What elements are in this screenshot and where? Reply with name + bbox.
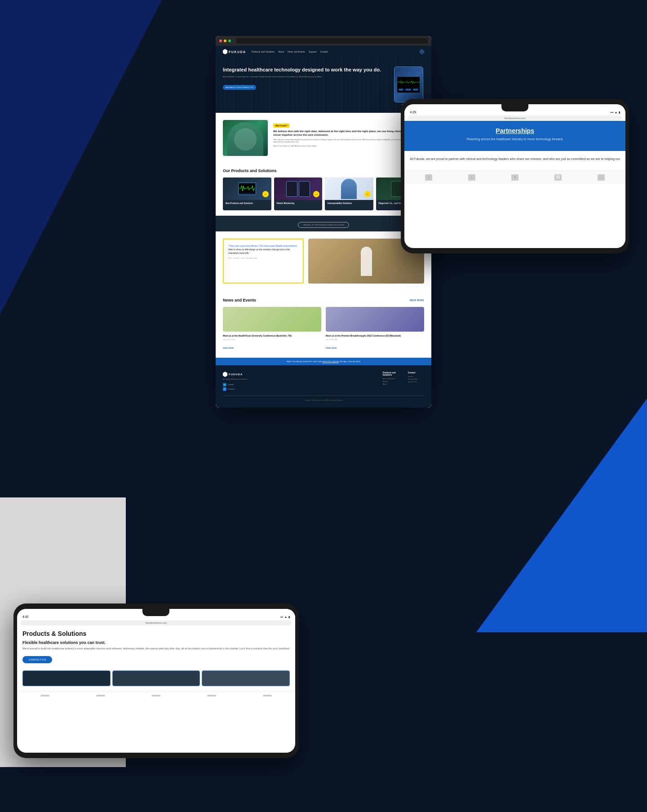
- device-labels: HR 80 SpO2 98 BP 120: [399, 89, 418, 91]
- battery-icon: ▮: [288, 615, 290, 618]
- phone-products-title: Products & Solutions: [22, 630, 290, 638]
- testimonial-box: "They were quick and efficient. The trai…: [223, 239, 304, 284]
- phone-notch-left: [142, 609, 169, 616]
- product-arrow[interactable]: →: [262, 191, 269, 197]
- hr-value: HR 80: [399, 89, 403, 91]
- phone-address-right[interactable]: fukudsamerica.com: [408, 115, 622, 121]
- phone-nav-more[interactable]: [263, 695, 272, 697]
- testimonial-section: "They were quick and efficient. The trai…: [216, 231, 431, 291]
- nav-item-support[interactable]: Support: [309, 50, 317, 53]
- footer-copyright: Copyright © 2022 Fukuda Denshi USA, Inc.…: [223, 399, 424, 401]
- product-name-monitoring: Patient Monitoring: [277, 202, 320, 204]
- phone-nav-add[interactable]: [151, 695, 160, 697]
- signal-icon: ▪▪▪: [280, 616, 283, 618]
- phone-right-mockup: 4:29 ▪▪▪ ▲ ▮ fukudsamerica.com Partnersh…: [401, 99, 629, 253]
- phone-products-body: We're proud to build the healthcare indu…: [22, 647, 290, 651]
- ecg-waveform: [397, 80, 420, 84]
- product-link-interop[interactable]: →: [328, 206, 371, 208]
- phone-content-left: Products & Solutions Flexible healthcare…: [17, 626, 295, 691]
- news-section: News and Events READ MORE Meet us at the…: [216, 291, 431, 358]
- phone-notch-right: [501, 104, 528, 111]
- globe-icon: [421, 50, 423, 53]
- phone-partnerships-body: Reaching across the healthcare industry …: [411, 137, 619, 142]
- testimonial-quote: "They were quick and efficient. The trai…: [228, 244, 298, 255]
- phone-signal-left: ▪▪▪ ▲ ▮: [280, 615, 290, 618]
- nav-item-contact[interactable]: Contact: [320, 50, 328, 53]
- phone-device-1: [22, 670, 111, 686]
- nav-item-news[interactable]: News and Events: [288, 50, 305, 53]
- address-bar[interactable]: [236, 38, 428, 44]
- window-close-dot: [219, 40, 222, 42]
- product-link-new[interactable]: →: [226, 206, 269, 208]
- news-read-more-header[interactable]: READ MORE: [410, 299, 424, 302]
- device-screen: HR 80 SpO2 98 BP 120: [397, 77, 420, 93]
- product-card-new: → New Products and Solutions →: [223, 177, 271, 210]
- view-all-button[interactable]: VIEW ALL OF OUR PRODUCTS AND SOLUTIONS: [298, 222, 349, 228]
- language-selector[interactable]: [420, 49, 424, 54]
- spo2-value: SpO2 98: [405, 89, 412, 91]
- product-image-monitoring: →: [274, 177, 323, 200]
- product-card-monitoring: → Patient Monitoring →: [274, 177, 323, 210]
- news-card-link-2[interactable]: READ MORE: [326, 347, 337, 349]
- blue-triangle-bottomright: [476, 399, 647, 632]
- phone-time-left: 4:42: [22, 615, 29, 618]
- product-arrow-3[interactable]: →: [364, 191, 371, 197]
- phone-nav-bar-left: [17, 691, 295, 700]
- hero-text: Integrated healthcare technology designe…: [223, 67, 388, 106]
- news-card-link-1[interactable]: READ MORE: [223, 347, 234, 349]
- support-bar: NEED TECHNICAL SUPPORT? VISIT OUR SUPPOR…: [216, 358, 431, 365]
- signal-icon-r: ▪▪▪: [611, 111, 613, 114]
- support-text: NEED TECHNICAL SUPPORT? VISIT OUR: [287, 360, 322, 363]
- footer-bottom: Copyright © 2022 Fukuda Denshi USA, Inc.…: [223, 395, 424, 401]
- nav-item-products[interactable]: Products and Solutions: [252, 50, 275, 53]
- footer-link-careers[interactable]: Careers: [408, 376, 424, 377]
- phone-partnerships-title: Partnerships: [411, 127, 619, 134]
- phone-nav-add-r[interactable]: +: [511, 174, 518, 181]
- site-navigation: FUKUDA Products and Solutions About News…: [216, 46, 431, 58]
- logo-text: FUKUDA: [229, 50, 246, 53]
- linkedin-link[interactable]: in LinkedIn: [223, 383, 374, 386]
- phone-address-left[interactable]: fukudsamerica.com: [21, 620, 292, 626]
- news-card-title-2: Meet us at the Premier Breakthroughs 202…: [326, 334, 424, 337]
- footer-link-news[interactable]: News and Events: [383, 378, 399, 380]
- phone-nav-forward[interactable]: [96, 695, 105, 697]
- hero-cta-button[interactable]: ASK ABOUT YOUR PERFECT FIT: [223, 85, 256, 90]
- footer-logo-shield: [223, 372, 227, 377]
- product-monitor-screen: [239, 184, 255, 193]
- phone-left-mockup: 4:42 ▪▪▪ ▲ ▮ fukudsamerica.com Products …: [13, 603, 299, 758]
- doctors-image: [223, 120, 268, 156]
- device-image: HR 80 SpO2 98 BP 120: [394, 67, 423, 102]
- phone-signal-right: ▪▪▪ ▲ ▮: [611, 111, 620, 114]
- footer-link-privacy[interactable]: Privacy Policy: [408, 378, 424, 380]
- phone-nav-bar-right: ‹ › + ⬜ …: [404, 170, 625, 184]
- footer-link-about[interactable]: About: [383, 383, 399, 385]
- browser-mockup: FUKUDA Products and Solutions About News…: [216, 18, 431, 408]
- facebook-link[interactable]: f Facebook: [223, 387, 374, 391]
- phone-nav-back-r[interactable]: ‹: [425, 174, 432, 181]
- footer-link-terms[interactable]: Terms of Use: [408, 381, 424, 383]
- support-center-link[interactable]: SUPPORT CENTER: [323, 360, 339, 363]
- footer-link-support[interactable]: Support: [383, 381, 399, 382]
- phone-hero-right: Partnerships Reaching across the healthc…: [404, 121, 625, 151]
- hero-title: Integrated healthcare technology designe…: [223, 67, 388, 73]
- products-grid: → New Products and Solutions →: [223, 177, 424, 210]
- phone-frame-right: 4:29 ▪▪▪ ▲ ▮ fukudsamerica.com Partnersh…: [401, 99, 629, 253]
- product-arrow-2[interactable]: →: [313, 191, 319, 197]
- news-header: News and Events READ MORE: [223, 298, 424, 302]
- phone-nav-forward-r[interactable]: ›: [468, 174, 475, 181]
- nav-item-about[interactable]: About: [278, 50, 284, 53]
- linkedin-label: LinkedIn: [228, 384, 234, 386]
- footer-social: in LinkedIn f Facebook: [223, 383, 374, 391]
- phone-nav-tabs[interactable]: [207, 695, 216, 697]
- phone-nav-share-r[interactable]: ⬜: [554, 174, 562, 181]
- news-card-2: Meet us at the Premier Breakthroughs 202…: [326, 307, 424, 351]
- site-footer: FUKUDA Accessible Healthcare for Everyon…: [216, 365, 431, 408]
- product-link-monitoring[interactable]: →: [277, 206, 320, 208]
- phone-device-2: [112, 670, 200, 686]
- phone-contact-button[interactable]: CONTACT US: [22, 656, 52, 663]
- phone-nav-more-r[interactable]: …: [598, 174, 605, 181]
- phone-nav-back[interactable]: [40, 695, 49, 697]
- news-card-date-2: Jun. 21-23, 2022: [326, 339, 424, 341]
- footer-col-title-1: Products and Solutions: [383, 372, 399, 376]
- testimonial-quote-blue: They were quick and efficient. The train…: [229, 244, 297, 247]
